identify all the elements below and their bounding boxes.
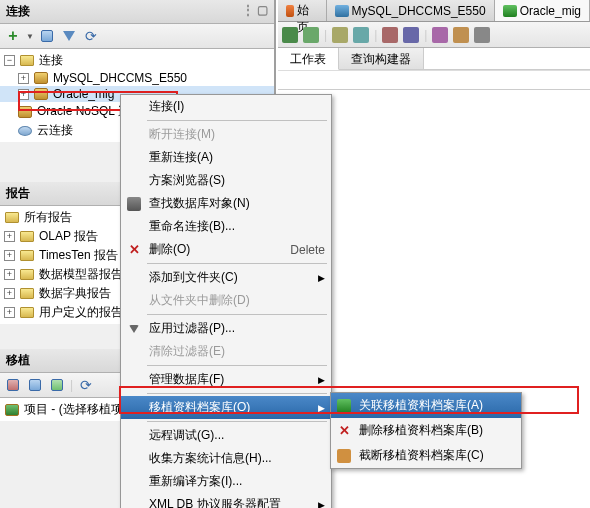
submenu-delete-repo[interactable]: ✕删除移植资料档案库(B) xyxy=(331,418,521,443)
mig-icon-2[interactable] xyxy=(26,376,44,394)
cloud-icon xyxy=(18,126,32,136)
expand-icon[interactable]: + xyxy=(4,269,15,280)
search-icon xyxy=(127,197,141,211)
sub-tab-label: 工作表 xyxy=(290,52,326,66)
tree-label: OLAP 报告 xyxy=(39,228,98,245)
delete-icon: ✕ xyxy=(337,424,351,438)
menu-recompile[interactable]: 重新编译方案(I)... xyxy=(121,470,331,493)
menu-xmldb[interactable]: XML DB 协议服务器配置▶ xyxy=(121,493,331,508)
tree-label: Oracle_mig xyxy=(53,87,114,101)
menu-connect[interactable]: 连接(I) xyxy=(121,95,331,118)
menu-manage-db[interactable]: 管理数据库(F)▶ xyxy=(121,368,331,391)
tree-label: 数据字典报告 xyxy=(39,285,111,302)
connections-toolbar: + ▼ ⟳ xyxy=(0,24,274,49)
edit-icon[interactable] xyxy=(453,27,469,43)
expand-icon[interactable]: + xyxy=(18,73,29,84)
expand-icon[interactable]: + xyxy=(4,250,15,261)
tree-label: 用户定义的报告 xyxy=(39,304,123,321)
editor-toolbar: | | | xyxy=(278,22,590,48)
expand-icon[interactable]: + xyxy=(4,307,15,318)
sub-tab-query-builder[interactable]: 查询构建器 xyxy=(339,48,424,69)
folder-icon xyxy=(5,212,19,223)
menu-clear-filter: 清除过滤器(E) xyxy=(121,340,331,363)
worksheet-tabs: 工作表 查询构建器 xyxy=(278,48,590,70)
run-icon[interactable] xyxy=(282,27,298,43)
collapse-icon[interactable]: − xyxy=(4,55,15,66)
divider xyxy=(278,89,590,90)
tree-label: 所有报告 xyxy=(24,209,72,226)
menu-separator xyxy=(147,393,327,394)
explain-icon[interactable] xyxy=(332,27,348,43)
folder-icon xyxy=(20,55,34,66)
folder-icon xyxy=(20,288,34,299)
tab-oracle-mig[interactable]: Oracle_mig xyxy=(495,0,590,21)
mig-icon-1[interactable] xyxy=(4,376,22,394)
tree-label: 连接 xyxy=(39,52,63,69)
new-icon[interactable]: + xyxy=(4,27,22,45)
folder-icon xyxy=(20,231,34,242)
expand-icon[interactable]: + xyxy=(4,231,15,242)
expand-icon[interactable]: + xyxy=(18,89,29,100)
tab-mysql[interactable]: MySQL_DHCCMS_E550 xyxy=(327,0,495,21)
menu-separator xyxy=(147,263,327,264)
tree-root-connections[interactable]: − 连接 xyxy=(0,51,274,70)
menu-reconnect[interactable]: 重新连接(A) xyxy=(121,146,331,169)
refresh-icon[interactable]: ⟳ xyxy=(82,27,100,45)
menu-delete[interactable]: ✕删除(O)Delete xyxy=(121,238,331,261)
rollback-icon[interactable] xyxy=(403,27,419,43)
menu-remote-debug[interactable]: 远程调试(G)... xyxy=(121,424,331,447)
db-icon xyxy=(18,106,32,118)
folder-icon xyxy=(20,269,34,280)
tab-home[interactable]: 起始页 xyxy=(278,0,327,21)
menu-gather-stats[interactable]: 收集方案统计信息(H)... xyxy=(121,447,331,470)
sql-icon xyxy=(335,5,349,17)
menu-separator xyxy=(147,120,327,121)
submenu-truncate[interactable]: 截断移植资料档案库(C) xyxy=(331,443,521,468)
menu-add-folder[interactable]: 添加到文件夹(C)▶ xyxy=(121,266,331,289)
tree-label: MySQL_DHCCMS_E550 xyxy=(53,71,187,85)
context-menu: 连接(I) 断开连接(M) 重新连接(A) 方案浏览器(S) 查找数据库对象(N… xyxy=(120,94,332,508)
editor-tabs: 起始页 MySQL_DHCCMS_E550 Oracle_mig xyxy=(278,0,590,22)
project-icon xyxy=(5,404,19,416)
connections-header: 连接⋮ ▢ xyxy=(0,0,274,24)
tile-icon[interactable] xyxy=(38,27,56,45)
commit-icon[interactable] xyxy=(382,27,398,43)
menu-separator xyxy=(147,365,327,366)
tree-label: 数据模型器报告 xyxy=(39,266,123,283)
misc-icon[interactable] xyxy=(474,27,490,43)
autotrace-icon[interactable] xyxy=(353,27,369,43)
run-script-icon[interactable] xyxy=(303,27,319,43)
menu-find-db-obj[interactable]: 查找数据库对象(N) xyxy=(121,192,331,215)
db-icon xyxy=(34,72,48,84)
tree-label: 云连接 xyxy=(37,122,73,139)
sub-tab-worksheet[interactable]: 工作表 xyxy=(278,48,339,70)
delete-icon: ✕ xyxy=(127,243,141,257)
folder-icon xyxy=(20,307,34,318)
menu-separator xyxy=(147,314,327,315)
menu-schema-browser[interactable]: 方案浏览器(S) xyxy=(121,169,331,192)
menu-separator xyxy=(147,421,327,422)
sql-icon xyxy=(503,5,517,17)
expand-icon[interactable]: + xyxy=(4,288,15,299)
menu-apply-filter[interactable]: 应用过滤器(P)... xyxy=(121,317,331,340)
sub-tab-label: 查询构建器 xyxy=(351,52,411,66)
db-icon xyxy=(34,88,48,100)
menu-disconnect: 断开连接(M) xyxy=(121,123,331,146)
menu-del-from-folder: 从文件夹中删除(D) xyxy=(121,289,331,312)
truncate-icon xyxy=(337,449,351,463)
tab-label: Oracle_mig xyxy=(520,4,581,18)
filter-icon xyxy=(129,325,139,333)
associate-icon xyxy=(337,399,351,413)
menu-migrate-repo[interactable]: 移植资料档案库(O)▶ xyxy=(121,396,331,419)
submenu-associate[interactable]: 关联移植资料档案库(A) xyxy=(331,393,521,418)
menu-rename[interactable]: 重命名连接(B)... xyxy=(121,215,331,238)
clear-icon[interactable] xyxy=(432,27,448,43)
filter-icon[interactable] xyxy=(60,27,78,45)
folder-icon xyxy=(20,250,34,261)
submenu-migrate-repo: 关联移植资料档案库(A) ✕删除移植资料档案库(B) 截断移植资料档案库(C) xyxy=(330,392,522,469)
new-dropdown-icon[interactable]: ▼ xyxy=(26,32,34,41)
refresh-icon[interactable]: ⟳ xyxy=(77,376,95,394)
connection-item-mysql[interactable]: + MySQL_DHCCMS_E550 xyxy=(0,70,274,86)
home-icon xyxy=(286,5,294,17)
mig-icon-3[interactable] xyxy=(48,376,66,394)
